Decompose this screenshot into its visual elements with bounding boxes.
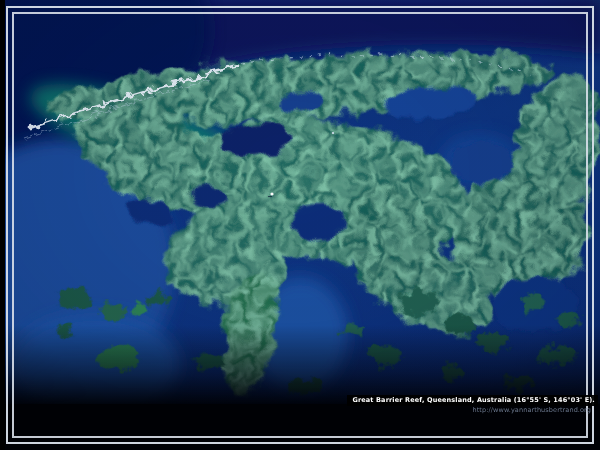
caption-location: Great Barrier Reef, Queensland, Australi… — [347, 395, 598, 406]
wallpaper: Great Barrier Reef, Queensland, Australi… — [0, 0, 600, 450]
caption-credit-url: http://www.yannarthusbertrand.org — [347, 407, 598, 414]
reef-photo — [0, 0, 600, 450]
caption: Great Barrier Reef, Queensland, Australi… — [347, 389, 598, 413]
